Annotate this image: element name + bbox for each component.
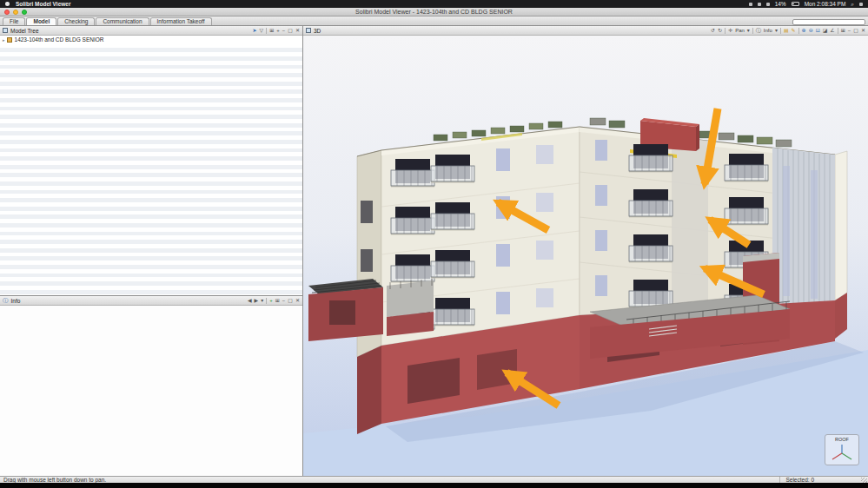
ribbon-tabs: File Model Checking Communication Inform… — [0, 16, 868, 26]
tab-information-takeoff[interactable]: Information Takeoff — [150, 17, 212, 26]
close-panel-icon[interactable]: ✕ — [295, 27, 300, 34]
window-titlebar: Solibri Model Viewer - 1423-104th and CD… — [0, 8, 868, 16]
tree-root-label: 1423-104th and CD BLDG SENIOR — [15, 36, 104, 43]
forward-icon[interactable]: ▶ — [255, 297, 259, 304]
info-panel-header: ⓘ Info ◀ ▶ ▾ + ⊞ − ▢ ✕ — [0, 296, 302, 306]
tab-checking[interactable]: Checking — [57, 17, 95, 26]
selection-basket-icon[interactable]: ➤ — [253, 27, 257, 34]
menubar-app-name[interactable]: Solibri Model Viewer — [16, 1, 70, 7]
tab-communication[interactable]: Communication — [96, 17, 149, 26]
viewport-panel: 3D ↺ ↻ ✛ Pan ▾ ⓘ Info ▾ ▤ ✎ ⊕ ⊖ ⊡ ◪ ∠ — [303, 26, 868, 476]
notification-center-icon[interactable] — [859, 3, 863, 6]
menubar-clock[interactable]: Mon 2:08:34 PM — [805, 1, 846, 7]
undo-view-icon[interactable]: ↺ — [711, 27, 715, 34]
info-tool-button[interactable]: Info — [764, 27, 772, 34]
zoom-fit-icon[interactable]: ⊡ — [816, 27, 820, 34]
search-input[interactable] — [792, 19, 865, 25]
info-panel: ⓘ Info ◀ ▶ ▾ + ⊞ − ▢ ✕ — [0, 296, 303, 476]
zoom-out-icon[interactable]: ⊖ — [809, 27, 813, 34]
viewport-title: 3D — [314, 28, 321, 34]
dock-panel-icon[interactable]: ⊞ — [275, 297, 280, 304]
divider — [798, 28, 799, 34]
info-panel-content — [0, 306, 302, 476]
apple-icon[interactable] — [5, 2, 10, 6]
zoom-in-icon[interactable]: ⊕ — [802, 27, 806, 34]
tree-expand-icon[interactable]: ▸ — [3, 37, 5, 43]
markup-icon[interactable]: ✎ — [792, 27, 796, 34]
divider — [266, 298, 267, 304]
redo-view-icon[interactable]: ↻ — [718, 27, 722, 34]
filter-icon[interactable]: ▽ — [260, 27, 264, 34]
collapse-panel-icon[interactable]: − — [282, 27, 286, 34]
screen: Solibri Model Viewer 14% Mon 2:08:34 PM … — [0, 0, 868, 488]
add-panel-icon[interactable]: + — [276, 27, 280, 34]
model-tree-header: Model Tree ➤ ▽ ⊞ + − ▢ ✕ — [0, 26, 302, 36]
selected-count: Selected: 0 — [785, 477, 814, 483]
pan-dropdown-icon[interactable]: ▾ — [747, 27, 750, 34]
model-tree-panel: Model Tree ➤ ▽ ⊞ + − ▢ ✕ ▸ 1423-104th an… — [0, 26, 303, 296]
macos-menubar: Solibri Model Viewer 14% Mon 2:08:34 PM … — [0, 0, 868, 8]
divider — [725, 28, 726, 34]
volume-icon[interactable] — [766, 3, 770, 6]
viewport-canvas[interactable]: ROOF — [303, 36, 868, 476]
tab-model[interactable]: Model — [26, 17, 56, 26]
history-dropdown-icon[interactable]: ▾ — [261, 297, 263, 304]
compass-axes-icon — [827, 442, 857, 461]
status-hint: Drag with mouse left button down to pan. — [3, 477, 106, 483]
bluetooth-icon[interactable] — [749, 3, 752, 6]
divider — [838, 28, 838, 34]
tab-file[interactable]: File — [3, 17, 25, 26]
add-note-icon[interactable]: + — [269, 297, 273, 304]
building-model[interactable] — [303, 36, 868, 476]
battery-icon — [792, 2, 799, 6]
divider — [752, 28, 753, 34]
wifi-icon[interactable] — [758, 3, 761, 6]
dock-panel-icon[interactable]: ⊞ — [269, 27, 274, 34]
viewport-header: 3D ↺ ↻ ✛ Pan ▾ ⓘ Info ▾ ▤ ✎ ⊕ ⊖ ⊡ ◪ ∠ — [303, 26, 868, 36]
model-tree-title: Model Tree — [10, 28, 39, 34]
pan-icon[interactable]: ✛ — [728, 27, 732, 34]
close-panel-icon[interactable]: ✕ — [861, 27, 865, 34]
3d-view-icon — [306, 28, 311, 33]
building-icon — [7, 37, 12, 43]
view-orientation-compass: ROOF — [825, 434, 859, 465]
info-tool-icon[interactable]: ⓘ — [756, 27, 761, 34]
window-title: Solibri Model Viewer - 1423-104th and CD… — [0, 8, 868, 16]
battery-percent: 14% — [775, 1, 786, 7]
divider — [780, 28, 781, 34]
pan-tool-button[interactable]: Pan — [735, 27, 745, 34]
info-panel-title: Info — [11, 298, 21, 304]
info-icon: ⓘ — [3, 297, 9, 305]
maximize-panel-icon[interactable]: ▢ — [288, 297, 293, 304]
status-bar: Drag with mouse left button down to pan.… — [0, 476, 868, 483]
spotlight-icon[interactable]: ⌕ — [851, 1, 854, 8]
bottom-black-strip — [0, 483, 868, 488]
model-tree-icon — [3, 28, 8, 33]
divider — [779, 477, 780, 483]
section-icon[interactable]: ◪ — [823, 27, 828, 34]
collapse-panel-icon[interactable]: − — [282, 297, 286, 304]
tree-root-row[interactable]: ▸ 1423-104th and CD BLDG SENIOR — [0, 36, 302, 44]
measure-icon[interactable]: ∠ — [830, 27, 834, 34]
back-icon[interactable]: ◀ — [248, 297, 252, 304]
divider — [266, 28, 267, 34]
layers-icon[interactable]: ▤ — [784, 27, 789, 34]
model-tree-list[interactable]: ▸ 1423-104th and CD BLDG SENIOR — [0, 36, 302, 295]
maximize-panel-icon[interactable]: ▢ — [288, 27, 293, 34]
maximize-panel-icon[interactable]: ▢ — [853, 27, 858, 34]
close-panel-icon[interactable]: ✕ — [295, 297, 300, 304]
dock-panel-icon[interactable]: ⊞ — [841, 27, 845, 34]
info-dropdown-icon[interactable]: ▾ — [775, 27, 778, 34]
collapse-panel-icon[interactable]: − — [848, 27, 851, 34]
